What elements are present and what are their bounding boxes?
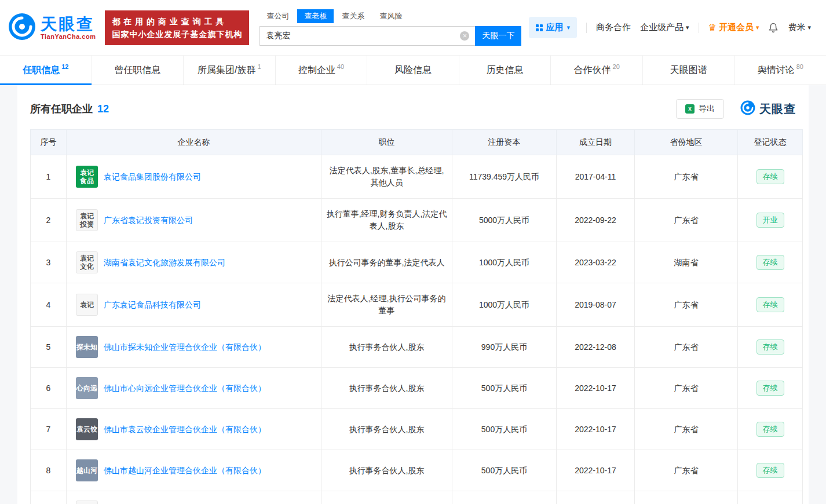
date-cell: 2019-08-07 (557, 283, 635, 327)
status-badge: 存续 (756, 297, 784, 312)
company-name-link[interactable]: 广东袁记食品科技有限公司 (104, 299, 201, 311)
capital-cell: 5000万人民币 (452, 199, 557, 242)
column-header: 序号 (31, 130, 67, 155)
status-badge: 存续 (756, 339, 784, 355)
tianyancha-logo[interactable]: 天眼查 TianYanCha.com (8, 13, 96, 43)
export-button[interactable]: x 导出 (676, 99, 724, 119)
column-header: 注册资本 (452, 130, 557, 155)
chevron-down-icon: ▾ (567, 24, 571, 31)
row-index: 6 (31, 368, 67, 409)
table-row: 2袁记投资广东省袁记投资有限公司执行董事,经理,财务负责人,法定代表人,股东50… (31, 199, 803, 242)
date-cell: 2022-10-17 (557, 368, 635, 409)
company-logo: 袁记 (76, 294, 98, 316)
tab-label: 历史信息 (487, 64, 524, 76)
section-title-text: 所有任职企业 (30, 103, 93, 115)
positions-table: 序号企业名称职位注册资本成立日期省份地区登记状态 1袁记食品袁记食品集团股份有限… (30, 129, 803, 504)
table-row: 1袁记食品袁记食品集团股份有限公司法定代表人,股东,董事长,总经理,其他人员11… (31, 155, 803, 199)
table-row: 3袁记文化湖南省袁记文化旅游发展有限公司执行公司事务的董事,法定代表人1000万… (31, 242, 803, 283)
province-cell: 广东省 (635, 409, 738, 450)
main-tab-2[interactable]: 所属集团/族群1 (184, 56, 276, 85)
main-tab-6[interactable]: 合作伙伴20 (551, 56, 643, 85)
column-header: 成立日期 (557, 130, 635, 155)
main-tab-1[interactable]: 曾任职信息 (92, 56, 184, 85)
status-badge: 开业 (756, 213, 784, 228)
position-cell: 执行事务合伙人,股东 (321, 368, 452, 409)
notification-bell-icon[interactable] (768, 23, 779, 33)
main-tab-3[interactable]: 控制企业40 (276, 56, 368, 85)
logo-subtitle: TianYanCha.com (41, 33, 96, 40)
search-button[interactable]: 天眼一下 (475, 26, 521, 46)
divider (586, 23, 587, 33)
nav-enterprise-products[interactable]: 企业级产品 ▾ (640, 22, 689, 33)
company-logo: 探未知 (76, 336, 98, 358)
search-tabs: 查公司 查老板 查关系 查风险 (260, 9, 521, 23)
column-header: 登记状态 (738, 130, 803, 155)
capital-cell: 500万人民币 (452, 409, 557, 450)
status-badge: 存续 (756, 169, 784, 184)
apps-menu-button[interactable]: 应用 ▾ (529, 17, 578, 38)
chevron-down-icon: ▾ (756, 24, 759, 31)
tab-label: 曾任职信息 (114, 64, 160, 76)
tab-count: 20 (613, 63, 620, 70)
search-input[interactable] (260, 26, 475, 46)
date-cell: 2017-04-11 (557, 155, 635, 199)
company-logo: 袁记投资 (76, 209, 98, 231)
apps-label: 应用 (546, 22, 564, 33)
position-cell: 执行事务合伙人,股东 (321, 450, 452, 491)
table-row: 4袁记广东袁记食品科技有限公司法定代表人,经理,执行公司事务的董事1000万人民… (31, 283, 803, 327)
company-name-link[interactable]: 佛山市袁云饺企业管理合伙企业（有限合伙） (104, 423, 266, 436)
tab-label: 任职信息 (23, 64, 60, 76)
nav-enterprise-products-label: 企业级产品 (640, 22, 684, 33)
company-logo: 袁记 (76, 501, 98, 504)
search-tab-relation[interactable]: 查关系 (335, 9, 371, 23)
company-name-link[interactable]: 佛山市探未知企业管理合伙企业（有限合伙） (104, 341, 266, 353)
main-tab-8[interactable]: 舆情讨论80 (735, 56, 826, 85)
chevron-down-icon: ▾ (686, 24, 689, 31)
province-cell: 广东省 (635, 491, 738, 504)
row-index: 1 (31, 155, 67, 199)
province-cell: 广东省 (635, 327, 738, 368)
company-name-link[interactable]: 佛山市越山河企业管理合伙企业（有限合伙） (104, 465, 266, 477)
logo-title: 天眼查 (41, 16, 96, 33)
main-tab-7[interactable]: 天眼图谱 (643, 56, 735, 85)
position-cell: 法定代表人,股东,董事长,总经理,其他人员 (321, 155, 452, 199)
banner-line1: 都 在 用 的 商 业 查 询 工 具 (112, 15, 242, 28)
vip-upgrade-button[interactable]: ♛ 开通会员 ▾ (708, 22, 759, 33)
user-menu[interactable]: 费米 ▾ (788, 22, 811, 33)
promo-banner: 都 在 用 的 商 业 查 询 工 具 国家中小企业发展子基金旗下机构 (105, 10, 249, 45)
table-row: 7袁云饺佛山市袁云饺企业管理合伙企业（有限合伙）执行事务合伙人,股东500万人民… (31, 409, 803, 450)
tab-label: 舆情讨论 (758, 64, 795, 76)
company-name-link[interactable]: 广东省袁记投资有限公司 (104, 214, 193, 227)
search-area: 查公司 查老板 查关系 查风险 × 天眼一下 (260, 9, 521, 46)
position-cell: 执行事务合伙人,股东 (321, 409, 452, 450)
province-cell: 广东省 (635, 199, 738, 242)
export-label: 导出 (699, 104, 715, 114)
search-tab-company[interactable]: 查公司 (260, 9, 296, 23)
company-name-link[interactable]: 湖南省袁记文化旅游发展有限公司 (104, 257, 225, 269)
province-cell: 广东省 (635, 155, 738, 199)
tab-count: 12 (61, 63, 68, 70)
date-cell: 2022-09-22 (557, 199, 635, 242)
date-cell: 2025-01-24 (557, 491, 635, 504)
date-cell: 2022-10-17 (557, 450, 635, 491)
section-header: 所有任职企业12 x 导出 天眼查 (30, 85, 796, 129)
table-row: 8越山河佛山市越山河企业管理合伙企业（有限合伙）执行事务合伙人,股东500万人民… (31, 450, 803, 491)
company-name-link[interactable]: 袁记食品集团股份有限公司 (104, 171, 201, 183)
tianyancha-watermark: 天眼查 (740, 100, 796, 118)
section-count: 12 (97, 103, 109, 115)
search-tab-risk[interactable]: 查风险 (372, 9, 409, 23)
main-tab-5[interactable]: 历史信息 (459, 56, 551, 85)
position-cell: 股东 (321, 491, 452, 504)
company-name-link[interactable]: 佛山市心向远企业管理合伙企业（有限合伙） (104, 382, 266, 395)
row-index: 9 (31, 491, 67, 504)
divider (699, 23, 699, 33)
column-header: 职位 (321, 130, 452, 155)
capital-cell: 1000万人民币 (452, 283, 557, 327)
header-nav: 应用 ▾ 商务合作 企业级产品 ▾ ♛ 开通会员 ▾ 费米 ▾ (529, 17, 811, 38)
excel-icon: x (685, 104, 695, 114)
nav-business-cooperation[interactable]: 商务合作 (596, 22, 631, 33)
company-logo: 袁云饺 (76, 418, 98, 440)
main-tab-4[interactable]: 风险信息 (367, 56, 459, 85)
main-tab-0[interactable]: 任职信息12 (0, 56, 92, 85)
search-tab-boss[interactable]: 查老板 (297, 9, 334, 23)
